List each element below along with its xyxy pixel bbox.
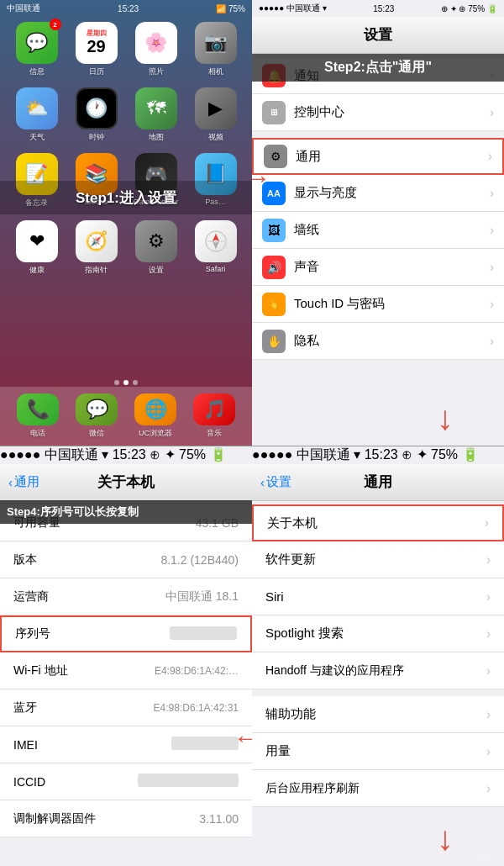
settings-row-general[interactable]: ⚙ 通用 › bbox=[252, 138, 504, 175]
app-row-3: 📝 备忘录 📚 iBooks 🎮 Game Center 📘 Pas… bbox=[0, 148, 252, 214]
settings-row-control-center[interactable]: ⊞ 控制中心 › bbox=[252, 94, 504, 131]
app-ibooks[interactable]: 📚 iBooks bbox=[71, 153, 122, 209]
dock-phone[interactable]: 📞 电话 bbox=[13, 393, 63, 439]
general-row-update[interactable]: 软件更新 › bbox=[252, 541, 504, 578]
app-messages[interactable]: 💬 2 信息 bbox=[12, 22, 62, 77]
app-health[interactable]: ❤ 健康 bbox=[12, 220, 62, 276]
app-gamecenter[interactable]: 🎮 Game Center bbox=[131, 153, 181, 209]
status-bar-general: ●●●●● 中国联通 ▾ 15:23 ⊕ ✦ 75% 🔋 bbox=[252, 446, 504, 464]
dock: 📞 电话 💬 微信 🌐 UC浏览器 🎵 音乐 bbox=[0, 387, 252, 446]
about-title: 关于本机 bbox=[97, 473, 155, 492]
carrier-settings: ●●●●● 中国联通 ▾ bbox=[259, 3, 327, 14]
settings-row-privacy[interactable]: ✋ 隐私 › bbox=[252, 323, 504, 360]
app-photos[interactable]: 🌸 照片 bbox=[131, 22, 181, 77]
about-panel: ●●●●● 中国联通 ▾ 15:23 ⊕ ✦ 75% 🔋 ‹ 通用 关于本机 S… bbox=[0, 446, 252, 866]
settings-row-touchid[interactable]: 👆 Touch ID 与密码 › bbox=[252, 286, 504, 323]
app-camera[interactable]: 📷 相机 bbox=[191, 22, 241, 77]
about-row-carrier: 运营商 中国联通 18.1 bbox=[0, 578, 252, 615]
dock-wechat[interactable]: 💬 微信 bbox=[71, 393, 122, 439]
app-safari[interactable]: Safari bbox=[191, 220, 241, 276]
red-arrow-down-settings: ↓ bbox=[437, 399, 454, 437]
settings-section-2: ⚙ 通用 › AA 显示与亮度 › 🖼 墙纸 › → 🔊 声音 › bbox=[252, 138, 504, 360]
time-home: 15:23 bbox=[118, 4, 139, 13]
app-videos[interactable]: ▶ 视频 bbox=[191, 87, 241, 143]
app-row-2: ⛅ 天气 🕐 时钟 🗺 地图 ▶ 视频 bbox=[0, 82, 252, 148]
dock-uc[interactable]: 🌐 UC浏览器 bbox=[130, 393, 181, 439]
home-screen-panel: 中国联通 15:23 📶 75% 💬 2 信息 星期四29 日历 bbox=[0, 0, 252, 446]
about-row-capacity: 可用容量 43.1 GB bbox=[0, 504, 252, 541]
general-rows: 关于本机 › 软件更新 › Siri › Spotlight 搜索 › Hand… bbox=[252, 504, 504, 807]
about-row-version: 版本 8.1.2 (12B440) bbox=[0, 541, 252, 578]
general-row-handoff[interactable]: Handoff 与建议的应用程序 › bbox=[252, 652, 504, 689]
settings-section-1: 🔔 通知 › ⊞ 控制中心 › bbox=[252, 57, 504, 131]
about-row-bluetooth: 蓝牙 E4:98:D6:1A:42:31 bbox=[0, 689, 252, 726]
watermark: pearline bbox=[474, 854, 501, 863]
general-title: 通用 bbox=[364, 473, 392, 492]
general-row-accessibility[interactable]: 辅助功能 › bbox=[252, 696, 504, 733]
app-calendar[interactable]: 星期四29 日历 bbox=[71, 22, 122, 77]
dock-music[interactable]: 🎵 音乐 bbox=[189, 393, 239, 439]
settings-row-display[interactable]: AA 显示与亮度 › bbox=[252, 175, 504, 212]
settings-row-wallpaper[interactable]: 🖼 墙纸 › bbox=[252, 212, 504, 249]
general-row-background[interactable]: 后台应用程序刷新 › bbox=[252, 770, 504, 807]
settings-row-sound[interactable]: 🔊 声音 › bbox=[252, 249, 504, 286]
general-row-spotlight[interactable]: Spotlight 搜索 › bbox=[252, 615, 504, 652]
about-row-modem: 调制解调器固件 3.11.00 bbox=[0, 800, 252, 837]
general-nav-bar: ‹ 设置 通用 bbox=[252, 464, 504, 501]
settings-row-notifications[interactable]: 🔔 通知 › bbox=[252, 57, 504, 94]
settings-title: 设置 bbox=[364, 25, 392, 45]
about-rows: 可用容量 43.1 GB 版本 8.1.2 (12B440) 运营商 中国联通 … bbox=[0, 504, 252, 837]
battery-settings: ⊕ ✦ ⊛ 75% 🔋 bbox=[441, 4, 497, 13]
about-back-button[interactable]: ‹ 通用 bbox=[8, 474, 39, 490]
about-row-serial[interactable]: 序列号 bbox=[0, 615, 252, 652]
status-bar-about: ●●●●● 中国联通 ▾ 15:23 ⊕ ✦ 75% 🔋 bbox=[0, 446, 252, 464]
about-row-wifi: Wi-Fi 地址 E4:98:D6:1A:42:… bbox=[0, 652, 252, 689]
general-panel: ●●●●● 中国联通 ▾ 15:23 ⊕ ✦ 75% 🔋 ‹ 设置 通用 Ste… bbox=[252, 446, 504, 866]
time-settings: 15:23 bbox=[373, 4, 394, 13]
about-nav-bar: ‹ 通用 关于本机 bbox=[0, 464, 252, 501]
app-row-1: 💬 2 信息 星期四29 日历 🌸 照片 📷 bbox=[0, 17, 252, 82]
settings-nav-bar: 设置 bbox=[252, 17, 504, 54]
app-notes[interactable]: 📝 备忘录 bbox=[12, 153, 62, 209]
settings-panel: ●●●●● 中国联通 ▾ 15:23 ⊕ ✦ ⊛ 75% 🔋 设置 Step2:… bbox=[252, 0, 504, 446]
general-back-button[interactable]: ‹ 设置 bbox=[260, 474, 291, 490]
general-row-siri[interactable]: Siri › bbox=[252, 578, 504, 615]
app-passport[interactable]: 📘 Pas… bbox=[191, 153, 241, 209]
page-dots bbox=[0, 380, 252, 385]
about-row-imei: IMEI bbox=[0, 726, 252, 763]
red-arrow-down-general: ↓ bbox=[437, 820, 454, 858]
about-row-iccid: ICCID bbox=[0, 763, 252, 800]
status-bar-home: 中国联通 15:23 📶 75% bbox=[0, 0, 252, 17]
app-row-4: ❤ 健康 🧭 指南针 ⚙ 设置 bbox=[0, 215, 252, 281]
battery-home: 📶 75% bbox=[216, 4, 245, 13]
app-clock[interactable]: 🕐 时钟 bbox=[71, 87, 122, 143]
general-row-about[interactable]: 关于本机 › bbox=[252, 504, 504, 541]
app-maps[interactable]: 🗺 地图 bbox=[131, 87, 181, 143]
status-bar-settings: ●●●●● 中国联通 ▾ 15:23 ⊕ ✦ ⊛ 75% 🔋 bbox=[252, 0, 504, 17]
app-compass[interactable]: 🧭 指南针 bbox=[71, 220, 122, 276]
general-row-usage[interactable]: 用量 › bbox=[252, 733, 504, 770]
app-weather[interactable]: ⛅ 天气 bbox=[12, 87, 62, 143]
carrier-home: 中国联通 bbox=[7, 3, 40, 14]
app-settings[interactable]: ⚙ 设置 bbox=[131, 220, 181, 276]
